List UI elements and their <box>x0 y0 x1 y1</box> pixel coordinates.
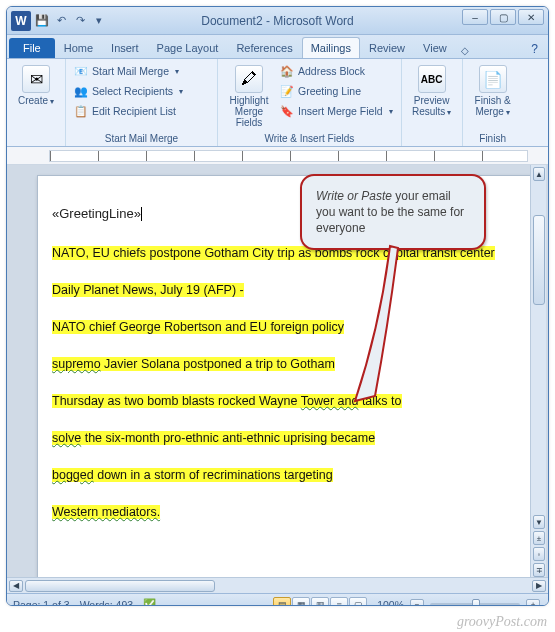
edit-list-icon: 📋 <box>74 104 88 118</box>
greeting-line-button[interactable]: 📝Greeting Line <box>276 82 397 100</box>
zoom-in-button[interactable]: + <box>526 599 540 607</box>
highlighted-body[interactable]: NATO, EU chiefs postpone Gotham City tri… <box>52 239 517 526</box>
group-write-insert: 🖍 HighlightMerge Fields 🏠Address Block 📝… <box>218 59 402 146</box>
body-line-2: Daily Planet News, July 19 (AFP) - <box>52 283 244 297</box>
group-label-create <box>11 132 61 145</box>
create-label: Create <box>18 95 48 106</box>
annotation-callout: Write or Paste your email you want to be… <box>300 174 486 250</box>
browse-object-icon[interactable]: ◦ <box>533 547 545 561</box>
window-controls: – ▢ ✕ <box>462 9 544 25</box>
tab-view[interactable]: View <box>414 37 456 58</box>
ribbon-tabs: File Home Insert Page Layout References … <box>7 35 548 59</box>
insert-merge-field-button[interactable]: 🔖Insert Merge Field▾ <box>276 102 397 120</box>
insert-field-icon: 🔖 <box>280 104 294 118</box>
scroll-down-icon[interactable]: ▼ <box>533 515 545 529</box>
group-label-finish: Finish <box>467 132 519 145</box>
ruler[interactable] <box>7 147 548 165</box>
chevron-down-icon: ▾ <box>179 87 183 96</box>
app-window: W 💾 ↶ ↷ ▾ Document2 - Microsoft Word – ▢… <box>6 6 549 606</box>
vertical-scrollbar[interactable]: ▲ ▼ ± ◦ ∓ <box>530 165 546 577</box>
status-bar: Page: 1 of 3 Words: 493 ✅ ▤ ▦ ▥ ≡ ▢ 100%… <box>7 593 548 606</box>
tab-file[interactable]: File <box>9 38 55 58</box>
draft-view-icon[interactable]: ▢ <box>349 597 367 607</box>
tab-page-layout[interactable]: Page Layout <box>148 37 228 58</box>
zoom-thumb[interactable] <box>472 599 480 607</box>
fullscreen-view-icon[interactable]: ▦ <box>292 597 310 607</box>
address-icon: 🏠 <box>280 64 294 78</box>
edit-recipient-list-label: Edit Recipient List <box>92 105 176 117</box>
tab-home[interactable]: Home <box>55 37 102 58</box>
body-line-7: bogged down in a storm of recriminations… <box>52 468 333 482</box>
tab-review[interactable]: Review <box>360 37 414 58</box>
prev-page-icon[interactable]: ± <box>533 531 545 545</box>
body-line-3: NATO chief George Robertson and EU forei… <box>52 320 344 334</box>
ribbon-minimize-icon[interactable]: ◇ <box>456 43 474 58</box>
highlight-merge-fields-button[interactable]: 🖍 HighlightMerge Fields <box>222 62 276 131</box>
insert-merge-field-label: Insert Merge Field <box>298 105 383 117</box>
start-mail-merge-label: Start Mail Merge <box>92 65 169 77</box>
vertical-scroll-thumb[interactable] <box>533 215 545 305</box>
scroll-left-icon[interactable]: ◀ <box>9 580 23 592</box>
next-page-icon[interactable]: ∓ <box>533 563 545 577</box>
edit-recipient-list-button[interactable]: 📋Edit Recipient List <box>70 102 187 120</box>
ribbon: ✉ Create▾ 📧Start Mail Merge▾ 👥Select Rec… <box>7 59 548 147</box>
select-recipients-button[interactable]: 👥Select Recipients▾ <box>70 82 187 100</box>
callout-text-em: Write or Paste <box>316 189 392 203</box>
ruler-inner <box>49 150 528 162</box>
view-buttons: ▤ ▦ ▥ ≡ ▢ <box>273 597 367 607</box>
finish-label-2: Merge <box>475 106 503 117</box>
outline-view-icon[interactable]: ≡ <box>330 597 348 607</box>
quick-access-toolbar: W 💾 ↶ ↷ ▾ <box>7 7 107 34</box>
body-line-6: solve the six-month pro-ethnic anti-ethn… <box>52 431 375 445</box>
chevron-down-icon: ▾ <box>175 67 179 76</box>
create-button[interactable]: ✉ Create▾ <box>11 62 61 110</box>
minimize-button[interactable]: – <box>462 9 488 25</box>
word-app-icon[interactable]: W <box>11 11 31 31</box>
document-area: «GreetingLine» NATO, EU chiefs postpone … <box>7 165 548 577</box>
tab-mailings[interactable]: Mailings <box>302 37 360 58</box>
horizontal-track[interactable] <box>25 580 530 592</box>
finish-merge-button[interactable]: 📄 Finish &Merge▾ <box>467 62 519 121</box>
close-button[interactable]: ✕ <box>518 9 544 25</box>
envelopes-icon: ✉ <box>22 65 50 93</box>
group-label-start: Start Mail Merge <box>70 132 213 145</box>
zoom-out-button[interactable]: − <box>410 599 424 607</box>
preview-results-button[interactable]: ABC PreviewResults▾ <box>406 62 458 121</box>
tab-insert[interactable]: Insert <box>102 37 148 58</box>
horizontal-scroll-thumb[interactable] <box>25 580 215 592</box>
scroll-right-icon[interactable]: ▶ <box>532 580 546 592</box>
address-block-label: Address Block <box>298 65 365 77</box>
callout-bubble: Write or Paste your email you want to be… <box>300 174 486 250</box>
qat-customize-icon[interactable]: ▾ <box>91 13 107 29</box>
watermark: groovyPost.com <box>457 614 547 630</box>
status-page[interactable]: Page: 1 of 3 <box>13 599 70 607</box>
web-layout-view-icon[interactable]: ▥ <box>311 597 329 607</box>
text-cursor <box>141 207 142 221</box>
print-layout-view-icon[interactable]: ▤ <box>273 597 291 607</box>
group-start-mail-merge: 📧Start Mail Merge▾ 👥Select Recipients▾ 📋… <box>66 59 218 146</box>
preview-label-2: Results <box>412 106 445 117</box>
status-words[interactable]: Words: 493 <box>80 599 134 607</box>
group-finish: 📄 Finish &Merge▾ Finish <box>463 59 523 146</box>
address-block-button[interactable]: 🏠Address Block <box>276 62 397 80</box>
chevron-down-icon: ▾ <box>50 97 54 106</box>
zoom-level[interactable]: 100% <box>377 599 404 607</box>
redo-icon[interactable]: ↷ <box>72 13 88 29</box>
chevron-down-icon: ▾ <box>506 108 510 117</box>
body-line-8: Western mediators. <box>52 505 160 519</box>
horizontal-scrollbar[interactable]: ◀ ▶ <box>7 577 548 593</box>
chevron-down-icon: ▾ <box>389 107 393 116</box>
zoom-control: 100% − + <box>377 599 542 607</box>
highlight-label-2: Merge Fields <box>235 106 263 128</box>
save-icon[interactable]: 💾 <box>34 13 50 29</box>
tab-references[interactable]: References <box>227 37 301 58</box>
greeting-icon: 📝 <box>280 84 294 98</box>
zoom-slider[interactable] <box>430 603 520 607</box>
help-icon[interactable]: ? <box>527 40 542 58</box>
status-proofing-icon[interactable]: ✅ <box>143 598 156 606</box>
start-mail-merge-button[interactable]: 📧Start Mail Merge▾ <box>70 62 187 80</box>
scroll-up-icon[interactable]: ▲ <box>533 167 545 181</box>
document-page[interactable]: «GreetingLine» NATO, EU chiefs postpone … <box>37 175 532 577</box>
undo-icon[interactable]: ↶ <box>53 13 69 29</box>
maximize-button[interactable]: ▢ <box>490 9 516 25</box>
